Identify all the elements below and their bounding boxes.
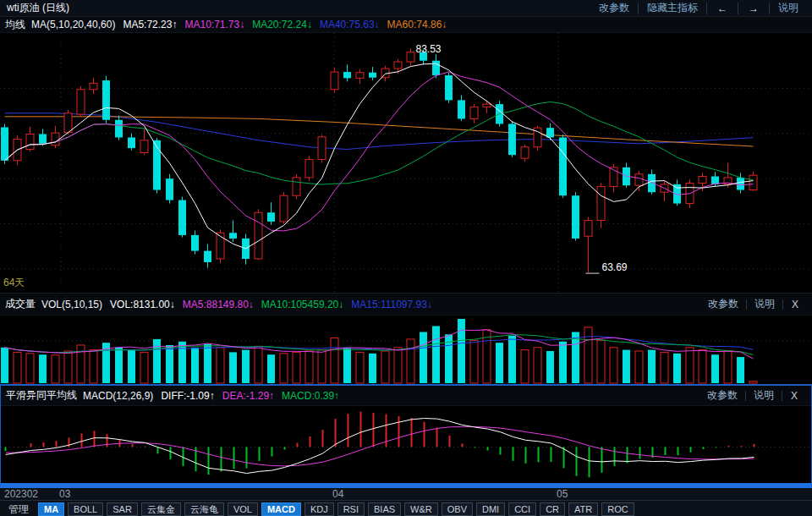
volume-help-button[interactable]: 说明 <box>747 297 782 311</box>
tab-wr[interactable]: W&R <box>404 502 438 516</box>
tab-ma[interactable]: MA <box>38 502 64 516</box>
main-indicator-params: MA(5,10,20,40,60) <box>31 19 115 30</box>
svg-text:83.53: 83.53 <box>416 43 442 55</box>
main-indicator-name: 均线 <box>5 18 25 32</box>
candlestick-chart[interactable]: 83.5363.69 <box>0 33 812 293</box>
svg-text:63.69: 63.69 <box>602 261 628 273</box>
macd-close-button[interactable]: X <box>782 390 806 402</box>
main-chart-panel: 均线 MA(5,10,20,40,60) MA5:72.23↑MA10:71.7… <box>0 17 812 293</box>
macd-chart-area <box>1 406 811 483</box>
macd-value-2: MACD:0.39↑ <box>282 390 339 402</box>
tab-cr[interactable]: CR <box>540 502 565 516</box>
main-ma-value-1: MA10:71.73↓ <box>184 19 244 30</box>
indicator-tab-bar: 管理MABOLLSAR云集金云海龟VOLMACDKDJRSIBIASW&ROBV… <box>0 500 812 516</box>
hide-main-indicator-button[interactable]: 隐藏主指标 <box>639 1 706 15</box>
tab-yunjijin[interactable]: 云集金 <box>141 502 181 516</box>
macd-help-button[interactable]: 说明 <box>746 388 782 403</box>
date-label-1: 03 <box>59 488 70 500</box>
tab-sar[interactable]: SAR <box>107 502 138 516</box>
change-params-button[interactable]: 改参数 <box>590 1 638 15</box>
trading-app-window: wti原油 (日线) 改参数 隐藏主指标 ← → 说明 均线 MA(5,10,2… <box>0 0 812 516</box>
volume-indicator-values: VOL:8131.00↓MA5:88149.80↓MA10:105459.20↓… <box>110 299 440 310</box>
main-indicator-values: MA5:72.23↑MA10:71.73↓MA20:72.24↓MA40:75.… <box>123 19 454 30</box>
tab-cci[interactable]: CCI <box>508 502 536 516</box>
vol-ma-value-2: MA10:105459.20↓ <box>261 299 343 310</box>
tab-boll[interactable]: BOLL <box>68 502 103 516</box>
macd-indicator-name: 平滑异同平均线 <box>6 388 77 403</box>
tab-kdj[interactable]: KDJ <box>304 502 334 516</box>
volume-indicator-params: VOL(5,10,15) <box>41 299 102 310</box>
days-count-label: 64天 <box>3 276 25 290</box>
tab-guanli[interactable]: 管理 <box>3 502 35 516</box>
main-ma-value-2: MA20:72.24↓ <box>252 19 312 30</box>
vol-ma-value-1: MA5:88149.80↓ <box>183 299 254 310</box>
macd-header: 平滑异同平均线 MACD(12,26,9) DIFF:-1.09↑DEA:-1.… <box>1 386 811 406</box>
title-bar: wti原油 (日线) 改参数 隐藏主指标 ← → 说明 <box>0 0 812 17</box>
tab-vol[interactable]: VOL <box>228 502 258 516</box>
volume-panel: 成交量 VOL(5,10,15) VOL:8131.00↓MA5:88149.8… <box>0 293 812 384</box>
macd-value-0: DIFF:-1.09↑ <box>161 390 214 402</box>
volume-close-button[interactable]: X <box>783 299 807 310</box>
date-label-2: 04 <box>332 488 343 500</box>
date-label-0: 202302 <box>4 488 38 500</box>
main-chart-area: 83.5363.69 64天 <box>0 33 812 293</box>
prev-arrow-button[interactable]: ← <box>707 3 738 14</box>
tab-roc[interactable]: ROC <box>601 502 634 516</box>
main-ma-value-3: MA40:75.63↓ <box>320 19 380 30</box>
tab-rsi[interactable]: RSI <box>337 502 365 516</box>
tab-dmi[interactable]: DMI <box>476 502 505 516</box>
volume-header: 成交量 VOL(5,10,15) VOL:8131.00↓MA5:88149.8… <box>0 293 812 316</box>
tab-bias[interactable]: BIAS <box>368 502 401 516</box>
macd-indicator-params: MACD(12,26,9) <box>83 390 153 402</box>
tab-atr[interactable]: ATR <box>568 502 598 516</box>
macd-value-1: DEA:-1.29↑ <box>222 390 274 402</box>
volume-header-buttons: 改参数 说明 X <box>700 294 807 315</box>
main-indicator-header: 均线 MA(5,10,20,40,60) MA5:72.23↑MA10:71.7… <box>0 17 812 33</box>
main-ma-value-4: MA60:74.86↓ <box>387 19 447 30</box>
page-title: wti原油 (日线) <box>7 1 69 15</box>
vol-ma-value-0: VOL:8131.00↓ <box>110 299 175 310</box>
volume-change-params-button[interactable]: 改参数 <box>700 297 746 311</box>
macd-histogram-chart[interactable] <box>1 406 811 483</box>
tab-yunhaigui[interactable]: 云海龟 <box>184 502 224 516</box>
macd-indicator-values: DIFF:-1.09↑DEA:-1.29↑MACD:0.39↑ <box>161 390 347 402</box>
title-bar-actions: 改参数 隐藏主指标 ← → 说明 <box>590 0 807 16</box>
vol-ma-value-3: MA15:111097.93↓ <box>351 299 432 310</box>
volume-chart-area <box>0 316 812 384</box>
macd-header-buttons: 改参数 说明 X <box>700 386 806 405</box>
tab-macd[interactable]: MACD <box>261 502 301 516</box>
main-ma-value-0: MA5:72.23↑ <box>123 19 177 30</box>
next-arrow-button[interactable]: → <box>738 3 769 14</box>
volume-indicator-name: 成交量 <box>5 297 36 311</box>
date-label-3: 05 <box>557 488 568 500</box>
volume-bars-chart[interactable] <box>0 316 812 384</box>
macd-change-params-button[interactable]: 改参数 <box>700 388 745 403</box>
date-axis: 202302030405 <box>0 488 812 500</box>
help-button[interactable]: 说明 <box>770 1 807 15</box>
tab-obv[interactable]: OBV <box>442 502 473 516</box>
macd-panel-selected: 平滑异同平均线 MACD(12,26,9) DIFF:-1.09↑DEA:-1.… <box>0 384 812 488</box>
